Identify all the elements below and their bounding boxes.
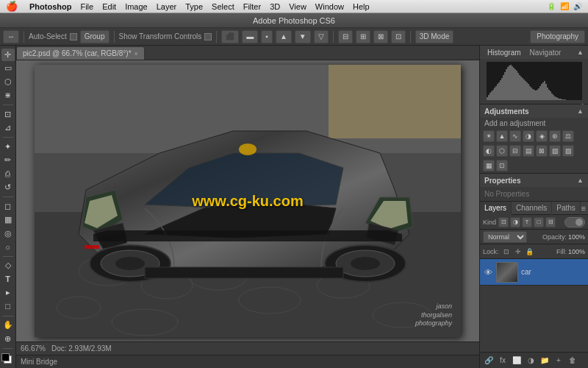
lock-move[interactable]: ✛ bbox=[513, 247, 523, 257]
adj-levels[interactable]: ▲ bbox=[496, 130, 508, 142]
eraser-tool[interactable]: ◻ bbox=[1, 200, 15, 213]
hand-tool[interactable]: ✋ bbox=[1, 319, 15, 332]
histogram-options[interactable]: ▲ bbox=[577, 49, 584, 56]
layer-new[interactable]: + bbox=[553, 355, 564, 366]
layers-panel-menu[interactable]: ≡ bbox=[581, 204, 586, 213]
3d-mode[interactable]: 3D Mode bbox=[415, 30, 454, 43]
adj-hsl[interactable]: ⊛ bbox=[549, 130, 561, 142]
align-center-v[interactable]: ▼ bbox=[295, 30, 311, 43]
path-select-tool[interactable]: ▸ bbox=[1, 287, 15, 300]
layer-fx[interactable]: fx bbox=[497, 355, 509, 366]
brush-tool[interactable]: ✏ bbox=[1, 154, 15, 166]
layer-adjustment[interactable]: ◑ bbox=[525, 355, 537, 366]
adj-vibrance[interactable]: ◈ bbox=[536, 130, 548, 142]
adj-posterize[interactable]: ▧ bbox=[549, 145, 561, 157]
text-tool[interactable]: T bbox=[1, 273, 15, 286]
stamp-tool[interactable]: ⎙ bbox=[1, 168, 15, 180]
apple-menu[interactable]: 🍎 bbox=[6, 1, 18, 12]
menu-edit[interactable]: Edit bbox=[102, 2, 116, 11]
spot-heal-tool[interactable]: ✦ bbox=[1, 141, 15, 153]
menu-layer[interactable]: Layer bbox=[157, 2, 177, 11]
layer-link[interactable]: 🔗 bbox=[483, 355, 495, 366]
align-top[interactable]: ▲ bbox=[276, 30, 292, 43]
navigator-tab[interactable]: Navigator bbox=[527, 49, 564, 57]
align-center-h[interactable]: ▬ bbox=[242, 30, 258, 43]
adj-color-balance[interactable]: ⚖ bbox=[562, 130, 574, 142]
menu-window[interactable]: Window bbox=[315, 2, 344, 11]
shape-tool[interactable]: □ bbox=[1, 300, 15, 313]
distribute-left[interactable]: ⊟ bbox=[338, 30, 353, 43]
autoselect-checkbox[interactable] bbox=[70, 33, 77, 40]
canvas-content[interactable]: www.cg-ku.com jason thorgalsen photograp… bbox=[16, 60, 479, 342]
filter-adjustment[interactable]: ◑ bbox=[510, 217, 520, 227]
doc-tab-pic2[interactable]: pic2.psd @ 66.7% (car, RGB/8°)* × bbox=[16, 46, 145, 60]
magic-wand-tool[interactable]: ⋇ bbox=[1, 90, 15, 102]
adj-gradient-map[interactable]: ▦ bbox=[483, 160, 495, 171]
filter-type[interactable]: T bbox=[522, 217, 532, 227]
histogram-tab[interactable]: Histogram bbox=[484, 49, 524, 57]
properties-header[interactable]: Properties ▲ bbox=[480, 174, 588, 187]
show-transform-checkbox[interactable] bbox=[204, 33, 212, 40]
layer-visibility[interactable]: 👁 bbox=[483, 267, 493, 277]
menu-view[interactable]: View bbox=[289, 2, 306, 11]
workspace-selector[interactable]: Photography bbox=[530, 30, 585, 43]
adj-threshold[interactable]: ▨ bbox=[562, 145, 574, 157]
move-tool[interactable]: ✛ bbox=[1, 49, 15, 61]
filter-shape[interactable]: □ bbox=[534, 217, 544, 227]
lasso-tool[interactable]: ⬡ bbox=[1, 76, 15, 88]
adj-brightness[interactable]: ☀ bbox=[483, 130, 495, 142]
pen-tool[interactable]: ◇ bbox=[1, 260, 15, 272]
filter-pixel[interactable]: ⊡ bbox=[498, 217, 509, 227]
adj-exposure[interactable]: ◑ bbox=[523, 130, 534, 142]
distribute-right[interactable]: ⊞ bbox=[356, 30, 370, 43]
adj-channel-mixer[interactable]: ⊟ bbox=[509, 145, 521, 157]
align-bottom[interactable]: ▽ bbox=[314, 30, 329, 43]
lock-pixels[interactable]: ⊡ bbox=[501, 247, 512, 257]
menu-type[interactable]: Type bbox=[185, 2, 203, 11]
adj-collapse[interactable]: ▲ bbox=[577, 107, 584, 115]
blur-tool[interactable]: ◎ bbox=[1, 227, 15, 240]
adj-photo-filter[interactable]: ⬡ bbox=[496, 145, 508, 157]
adj-curves[interactable]: ∿ bbox=[509, 130, 521, 142]
layer-item-car[interactable]: 👁 car bbox=[480, 259, 588, 286]
zoom-tool[interactable]: ⊕ bbox=[1, 333, 15, 345]
adjustments-header[interactable]: Adjustments ▲ bbox=[480, 105, 588, 118]
move-tool-indicator[interactable]: ↔ bbox=[3, 30, 19, 43]
adj-selective-color[interactable]: ⊡ bbox=[496, 160, 508, 171]
layer-delete[interactable]: 🗑 bbox=[567, 355, 578, 366]
paths-tab[interactable]: Paths bbox=[552, 202, 581, 215]
align-right[interactable]: ▪ bbox=[261, 30, 273, 43]
layer-group[interactable]: 📁 bbox=[539, 355, 551, 366]
menu-3d[interactable]: 3D bbox=[270, 2, 280, 11]
adj-bw[interactable]: ◐ bbox=[483, 145, 495, 157]
eyedropper-tool[interactable]: ⊿ bbox=[1, 121, 15, 134]
menu-photoshop[interactable]: Photoshop bbox=[29, 2, 71, 11]
group-select[interactable]: Group bbox=[80, 30, 110, 43]
crop-tool[interactable]: ⊡ bbox=[1, 108, 15, 121]
mini-bridge[interactable]: Mini Bridge bbox=[16, 355, 479, 368]
history-brush-tool[interactable]: ↺ bbox=[1, 181, 15, 194]
adj-invert[interactable]: ⊠ bbox=[536, 145, 548, 157]
filter-toggle[interactable] bbox=[564, 217, 585, 227]
gradient-tool[interactable]: ▦ bbox=[1, 213, 15, 226]
menu-select[interactable]: Select bbox=[212, 2, 234, 11]
distribute-bottom[interactable]: ⊡ bbox=[391, 30, 406, 43]
histogram-header[interactable]: Histogram Navigator ▲ bbox=[480, 46, 588, 59]
lock-all[interactable]: 🔒 bbox=[525, 247, 535, 257]
filter-smart[interactable]: ⊟ bbox=[545, 217, 556, 227]
layers-tab[interactable]: Layers bbox=[480, 202, 512, 215]
dodge-tool[interactable]: ○ bbox=[1, 241, 15, 253]
menu-filter[interactable]: Filter bbox=[243, 2, 261, 11]
menu-image[interactable]: Image bbox=[125, 2, 148, 11]
props-collapse[interactable]: ▲ bbox=[577, 177, 584, 184]
channels-tab[interactable]: Channels bbox=[512, 202, 552, 215]
color-swatches[interactable] bbox=[1, 353, 15, 366]
layer-mask[interactable]: ⬜ bbox=[511, 355, 523, 366]
blend-mode-select[interactable]: Normal bbox=[483, 231, 527, 243]
menu-help[interactable]: Help bbox=[353, 2, 370, 11]
doc-tab-close[interactable]: × bbox=[135, 50, 138, 57]
menu-file[interactable]: File bbox=[80, 2, 93, 11]
distribute-top[interactable]: ⊠ bbox=[373, 30, 388, 43]
adj-color-lookup[interactable]: ▤ bbox=[523, 145, 534, 157]
align-left[interactable]: ⬛ bbox=[221, 30, 239, 43]
